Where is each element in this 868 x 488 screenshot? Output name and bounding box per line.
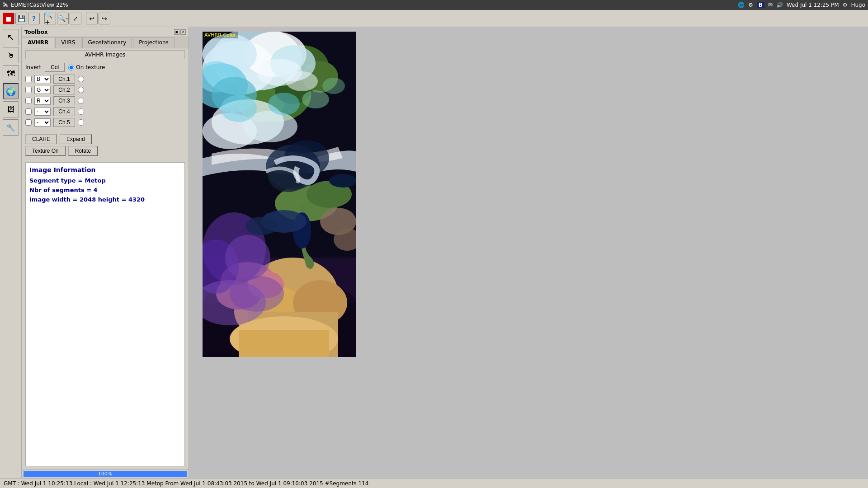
img-info-nbr-segments: Nbr of segments = 4 <box>29 187 181 193</box>
image-label: AVHRR Color <box>203 32 238 38</box>
channel-row-g: GBR Ch.2 <box>25 85 185 94</box>
titlebar: 🛰 EUMETCastView 22% 🌐 ⚙ B ✉ 🔊 Wed Jul 1 … <box>0 0 868 10</box>
titlebar-left: 🛰 EUMETCastView 22% <box>3 2 68 8</box>
time-display: Wed Jul 1 12:25 PM <box>787 2 839 8</box>
gear-icon: ⚙ <box>843 2 848 8</box>
invert-row: Invert Col On texture <box>25 63 185 72</box>
settings-icon: ⚙ <box>748 2 753 8</box>
redo-button[interactable]: ↪ <box>99 13 110 24</box>
ch-4-select[interactable]: -BGR <box>34 108 51 116</box>
ch5-button[interactable]: Ch.5 <box>53 118 75 127</box>
toolbox-title: Toolbox <box>24 29 48 35</box>
svg-point-43 <box>302 90 329 108</box>
tab-projections[interactable]: Projections <box>133 37 175 48</box>
ch-5-select[interactable]: -BGR <box>34 118 51 127</box>
app-title: EUMETCastView 22% <box>11 2 68 8</box>
image-icon[interactable]: 🖼 <box>3 101 19 117</box>
ch-5-checkbox[interactable] <box>25 119 32 126</box>
texture-on-button[interactable]: Texture On <box>25 146 66 156</box>
toolbar: ■ 💾 ? 🔍+ 🔍- ⤢ ↩ ↪ <box>0 10 868 27</box>
icon-sidebar: ↖ 🖱 🗺 🌍 🖼 🔧 <box>0 27 22 478</box>
satellite-image[interactable] <box>203 32 356 357</box>
svg-rect-16 <box>239 330 329 357</box>
restore-button[interactable]: ▣ <box>174 29 179 35</box>
fit-button[interactable]: ⤢ <box>70 13 81 24</box>
channel-row-5: -BGR Ch.5 <box>25 118 185 127</box>
zoom-out-button[interactable]: 🔍- <box>57 13 69 24</box>
svg-point-37 <box>225 235 270 280</box>
titlebar-right: 🌐 ⚙ B ✉ 🔊 Wed Jul 1 12:25 PM ⚙ Hugo <box>738 2 865 8</box>
satellite-image-svg <box>203 32 356 357</box>
expand-button[interactable]: Expand <box>60 134 92 144</box>
app-icon: 🛰 <box>3 2 8 8</box>
progress-bar-container: 100% <box>22 469 189 478</box>
main-area: ↖ 🖱 🗺 🌍 🖼 🔧 Toolbox ▣ ✕ AVHRR VIIRS Geos… <box>0 27 868 478</box>
browser-icon: 🌐 <box>738 2 745 8</box>
image-display-area: AVHRR Color <box>189 27 868 478</box>
toolbox-header: Toolbox ▣ ✕ <box>22 27 189 37</box>
action-buttons: CLAHE Expand <box>25 134 185 144</box>
svg-point-50 <box>245 217 277 235</box>
tool-icon[interactable]: 🔧 <box>3 119 19 136</box>
tab-viirs[interactable]: VIIRS <box>55 37 81 48</box>
controls-area: Invert Col On texture BGR Ch.1 GBR <box>22 61 189 131</box>
ch-r-checkbox[interactable] <box>25 98 32 104</box>
svg-point-39 <box>230 276 284 312</box>
ch1-button[interactable]: Ch.1 <box>53 75 75 84</box>
zoom-in-button[interactable]: 🔍+ <box>44 13 56 24</box>
on-texture-label[interactable]: On texture <box>68 64 105 70</box>
svg-point-17 <box>329 174 356 188</box>
username: Hugo <box>851 2 865 8</box>
invert-label: Invert <box>25 64 41 70</box>
channel-row-b: BGR Ch.1 <box>25 75 185 84</box>
cursor-tool-icon[interactable]: ↖ <box>3 29 19 45</box>
channel-row-r: RBG Ch.3 <box>25 96 185 105</box>
svg-point-44 <box>322 78 345 94</box>
ch-b-select[interactable]: BGR <box>34 75 51 83</box>
ch4-button[interactable]: Ch.4 <box>53 107 75 116</box>
tab-bar: AVHRR VIIRS Geostationary Projections <box>22 37 189 48</box>
image-information-box: Image Information Segment type = Metop N… <box>25 162 185 466</box>
email-icon: ✉ <box>768 2 773 8</box>
ch4-radio[interactable] <box>78 108 84 115</box>
stop-button[interactable]: ■ <box>3 13 14 24</box>
ch3-radio[interactable] <box>78 98 84 104</box>
col-button[interactable]: Col <box>45 63 65 72</box>
tab-avhrr[interactable]: AVHRR <box>22 37 54 48</box>
svg-point-34 <box>268 93 300 115</box>
volume-icon: 🔊 <box>776 2 783 8</box>
channel-row-4: -BGR Ch.4 <box>25 107 185 116</box>
pointer-tool-icon[interactable]: 🖱 <box>3 47 19 63</box>
ch1-radio[interactable] <box>78 76 84 82</box>
progress-bar: 100% <box>24 471 187 477</box>
ch-b-checkbox[interactable] <box>25 76 32 82</box>
toolbox-panel: Toolbox ▣ ✕ AVHRR VIIRS Geostationary Pr… <box>22 27 189 478</box>
ch5-radio[interactable] <box>78 119 84 126</box>
img-info-dimensions: Image width = 2048 height = 4320 <box>29 196 181 203</box>
ch3-button[interactable]: Ch.3 <box>53 96 75 105</box>
on-texture-radio[interactable] <box>68 65 74 70</box>
save-button[interactable]: 💾 <box>15 13 27 24</box>
img-info-title: Image Information <box>29 166 181 174</box>
img-info-segment-type: Segment type = Metop <box>29 177 181 184</box>
b-icon: B <box>757 2 764 8</box>
ch-4-checkbox[interactable] <box>25 108 32 115</box>
tab-geostationary[interactable]: Geostationary <box>82 37 132 48</box>
texture-buttons: Texture On Rotate <box>25 146 185 156</box>
toolbox-header-buttons: ▣ ✕ <box>174 29 186 35</box>
clahe-button[interactable]: CLAHE <box>25 134 57 144</box>
status-text: GMT : Wed Jul 1 10:25:13 Local : Wed Jul… <box>4 480 369 487</box>
svg-point-46 <box>286 71 318 91</box>
avhhr-images-label: AVHHR Images <box>25 50 185 59</box>
ch-g-checkbox[interactable] <box>25 87 32 93</box>
ch2-button[interactable]: Ch.2 <box>53 85 75 94</box>
close-button[interactable]: ✕ <box>180 29 186 35</box>
info-button[interactable]: ? <box>28 13 40 24</box>
map-icon[interactable]: 🗺 <box>3 65 19 81</box>
ch-r-select[interactable]: RBG <box>34 97 51 105</box>
globe-icon[interactable]: 🌍 <box>3 83 19 99</box>
rotate-button[interactable]: Rotate <box>68 146 98 156</box>
ch2-radio[interactable] <box>78 87 84 93</box>
undo-button[interactable]: ↩ <box>86 13 98 24</box>
ch-g-select[interactable]: GBR <box>34 86 51 94</box>
